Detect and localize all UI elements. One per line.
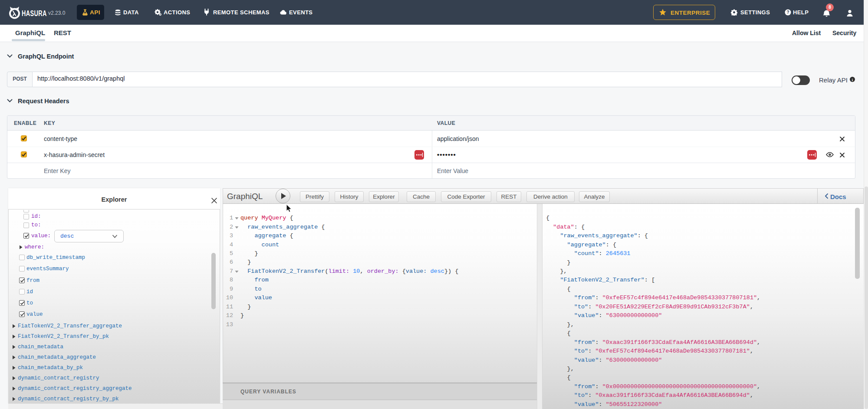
svg-text:?: ? [786,10,789,15]
